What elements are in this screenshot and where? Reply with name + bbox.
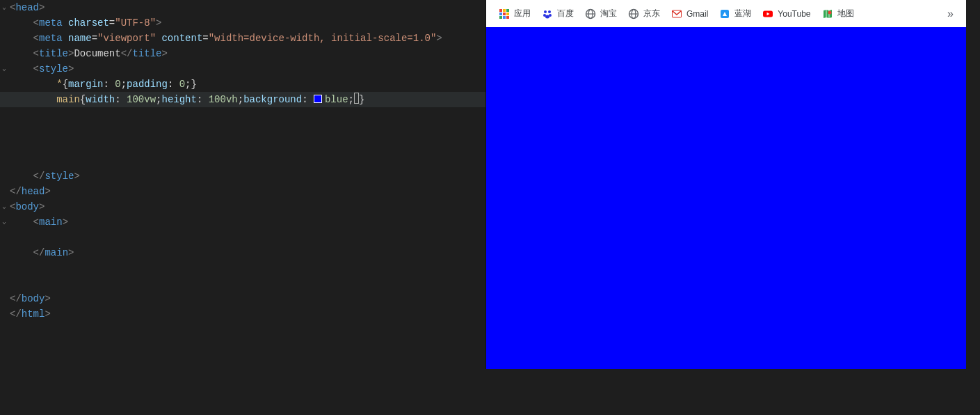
globe-icon xyxy=(628,8,639,19)
color-swatch-icon[interactable] xyxy=(314,95,322,103)
code-line[interactable] xyxy=(0,107,485,123)
bookmark-label: 京东 xyxy=(643,8,660,19)
code-line[interactable]: ⌄ <main> xyxy=(0,214,485,230)
code-line[interactable]: *{margin: 0;padding: 0;} xyxy=(0,77,485,92)
bookmark-bar: 应用 百度淘宝京东Gmail蓝湖YouTube地图 » xyxy=(486,0,966,27)
code-line[interactable]: main{width: 100vw;height: 100vh;backgrou… xyxy=(0,92,485,107)
code-line[interactable]: ⌄<head> xyxy=(0,0,485,15)
code-line[interactable]: </head> xyxy=(0,184,485,199)
bookmark-label: Gmail xyxy=(686,9,708,19)
bookmark-label: 淘宝 xyxy=(600,8,617,19)
code-line[interactable]: </html> xyxy=(0,306,485,322)
apps-grid-icon xyxy=(499,8,510,19)
browser-preview-pane: 应用 百度淘宝京东Gmail蓝湖YouTube地图 » xyxy=(485,0,966,369)
youtube-icon xyxy=(762,8,773,19)
code-line[interactable]: </main> xyxy=(0,245,485,260)
code-line[interactable]: ⌄ <style> xyxy=(0,61,485,77)
bookmark-item[interactable]: YouTube xyxy=(757,6,816,22)
code-line[interactable]: <title>Document</title> xyxy=(0,46,485,61)
code-line[interactable]: </body> xyxy=(0,291,485,306)
svg-point-1 xyxy=(548,10,551,13)
code-line[interactable] xyxy=(0,138,485,153)
bookmark-apps-label: 应用 xyxy=(514,8,531,19)
code-line[interactable] xyxy=(0,123,485,138)
bookmark-item[interactable]: Gmail xyxy=(666,6,714,22)
bookmark-apps[interactable]: 应用 xyxy=(493,5,536,22)
code-line[interactable]: </style> xyxy=(0,169,485,184)
bookmark-item[interactable]: 京东 xyxy=(622,5,666,22)
bookmark-overflow-button[interactable]: » xyxy=(942,5,959,23)
code-line[interactable] xyxy=(0,153,485,169)
bookmark-item[interactable]: 地图 xyxy=(817,5,860,22)
fold-caret-icon[interactable]: ⌄ xyxy=(0,199,8,214)
text-cursor xyxy=(354,93,359,104)
bookmark-item[interactable]: 淘宝 xyxy=(579,5,622,22)
code-line[interactable] xyxy=(0,276,485,291)
code-line[interactable]: <meta charset="UTF-8"> xyxy=(0,15,485,31)
bookmark-item[interactable]: 蓝湖 xyxy=(714,5,757,22)
bookmark-item[interactable]: 百度 xyxy=(536,5,579,22)
code-line[interactable]: <meta name="viewport" content="width=dev… xyxy=(0,31,485,46)
fold-caret-icon[interactable]: ⌄ xyxy=(0,214,8,230)
rendered-page-main xyxy=(486,27,966,369)
bookmark-label: YouTube xyxy=(778,9,810,19)
svg-point-0 xyxy=(544,10,547,13)
gmail-icon xyxy=(671,8,682,19)
bookmark-label: 地图 xyxy=(837,8,854,19)
lanhu-icon xyxy=(719,8,730,19)
bookmark-label: 百度 xyxy=(557,8,574,19)
code-editor-pane[interactable]: ⌄<head> <meta charset="UTF-8"> <meta nam… xyxy=(0,0,485,369)
editor-bottom-area xyxy=(0,369,980,415)
code-line[interactable] xyxy=(0,260,485,276)
maps-icon xyxy=(822,8,833,19)
baidu-icon xyxy=(542,8,553,19)
svg-point-4 xyxy=(545,15,549,18)
code-line[interactable] xyxy=(0,230,485,245)
fold-caret-icon[interactable]: ⌄ xyxy=(0,0,8,15)
svg-point-15 xyxy=(828,10,831,14)
code-line[interactable]: ⌄<body> xyxy=(0,199,485,214)
fold-caret-icon[interactable]: ⌄ xyxy=(0,61,8,77)
globe-icon xyxy=(585,8,596,19)
bookmark-label: 蓝湖 xyxy=(734,8,751,19)
